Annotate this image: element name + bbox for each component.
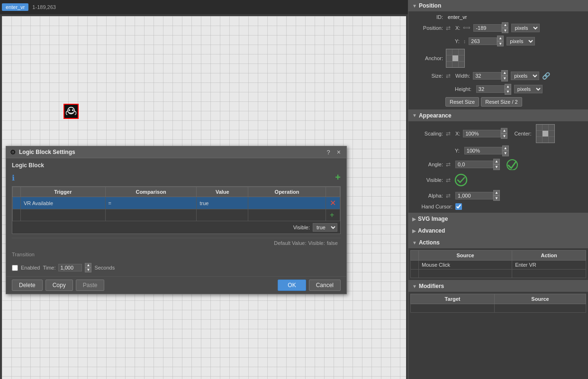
- anchor-cell-tl[interactable]: [446, 49, 452, 55]
- scaling-share-icon[interactable]: ⇄: [446, 130, 451, 137]
- cell-value[interactable]: true: [197, 197, 248, 209]
- scaling-x-down-button[interactable]: ▼: [501, 134, 507, 139]
- sprite-on-canvas[interactable]: [63, 104, 79, 119]
- reset-size-button[interactable]: Reset Size: [445, 97, 479, 107]
- anchor-cell-tc[interactable]: [452, 49, 458, 55]
- cell-trigger-2[interactable]: [21, 209, 106, 221]
- center-cell-tc[interactable]: [543, 125, 548, 130]
- scaling-y-down-button[interactable]: ▼: [502, 151, 509, 156]
- anchor-cell-br[interactable]: [459, 62, 464, 67]
- row-add-button[interactable]: +: [329, 211, 335, 219]
- cell-delete[interactable]: ✕: [326, 197, 340, 209]
- height-input[interactable]: [476, 85, 505, 93]
- modifiers-section-header[interactable]: ▼ Modifiers: [408, 280, 588, 292]
- center-grid[interactable]: [536, 124, 555, 143]
- hand-cursor-checkbox[interactable]: [455, 203, 462, 210]
- center-cell-tr[interactable]: [549, 125, 554, 130]
- cell-value-2[interactable]: [197, 209, 248, 221]
- dialog-close-button[interactable]: ×: [335, 148, 343, 156]
- angle-share-icon[interactable]: ⇄: [446, 161, 451, 168]
- ok-button[interactable]: OK: [278, 280, 306, 291]
- height-down-button[interactable]: ▼: [505, 89, 511, 95]
- actions-action[interactable]: Enter VR: [512, 261, 586, 270]
- width-down-button[interactable]: ▼: [501, 76, 508, 81]
- y-input[interactable]: [469, 37, 497, 45]
- cell-operation-2[interactable]: [248, 209, 326, 221]
- anchor-cell-mc[interactable]: [452, 55, 458, 61]
- position-section-header[interactable]: ▼ Position: [408, 0, 588, 11]
- center-cell-mr[interactable]: [549, 131, 554, 136]
- alpha-share-icon[interactable]: ⇄: [446, 192, 451, 199]
- cell-operation[interactable]: [248, 197, 326, 209]
- anchor-cell-bc[interactable]: [452, 62, 458, 67]
- alpha-up-button[interactable]: ▲: [493, 190, 500, 196]
- modifiers-empty-target[interactable]: [411, 304, 495, 313]
- center-cell-bc[interactable]: [543, 137, 548, 143]
- width-input[interactable]: [473, 72, 501, 80]
- actions-empty-action[interactable]: [512, 270, 586, 278]
- y-up-button[interactable]: ▲: [497, 36, 504, 41]
- center-cell-tl[interactable]: [536, 125, 542, 130]
- svg-image-section-header[interactable]: ▶ SVG Image: [408, 213, 588, 225]
- height-up-button[interactable]: ▲: [505, 84, 511, 90]
- angle-up-button[interactable]: ▲: [493, 159, 500, 164]
- dialog-help-button[interactable]: ?: [325, 149, 332, 156]
- scaling-x-up-button[interactable]: ▲: [501, 128, 507, 134]
- transition-enabled-checkbox[interactable]: [12, 265, 18, 271]
- cell-comparison[interactable]: =: [105, 197, 197, 209]
- delete-button[interactable]: Delete: [12, 280, 43, 291]
- add-row-button[interactable]: +: [335, 172, 341, 182]
- appearance-section-header[interactable]: ▼ Appearance: [408, 110, 588, 121]
- scaling-y-input[interactable]: [464, 147, 502, 154]
- link-dimensions-icon[interactable]: 🔗: [542, 72, 550, 80]
- anchor-grid[interactable]: [446, 49, 465, 68]
- alpha-spinner: ▲ ▼: [455, 190, 500, 201]
- alpha-input[interactable]: [455, 192, 493, 199]
- width-up-button[interactable]: ▲: [501, 70, 508, 76]
- reset-size-2-button[interactable]: Reset Size / 2: [481, 97, 522, 107]
- anchor-cell-ml[interactable]: [446, 55, 452, 61]
- width-unit-dropdown[interactable]: pixels: [511, 72, 539, 80]
- scaling-y-up-button[interactable]: ▲: [502, 145, 509, 151]
- anchor-cell-mr[interactable]: [459, 55, 464, 61]
- time-up-button[interactable]: ▲: [85, 263, 91, 268]
- center-cell-ml[interactable]: [536, 131, 542, 136]
- element-tab[interactable]: enter_vr: [2, 3, 28, 11]
- anchor-cell-tr[interactable]: [459, 49, 464, 55]
- x-unit-dropdown[interactable]: pixels: [511, 24, 540, 32]
- center-cell-mc[interactable]: [543, 131, 548, 136]
- anchor-cell-bl[interactable]: [446, 62, 452, 67]
- cancel-button[interactable]: Cancel: [309, 280, 341, 291]
- copy-button[interactable]: Copy: [45, 280, 73, 291]
- x-up-button[interactable]: ▲: [502, 22, 508, 28]
- grid-canvas[interactable]: ⚙ Logic Block Settings ? × Logic Block ℹ…: [2, 16, 406, 379]
- position-share-icon[interactable]: ⇄: [446, 25, 451, 31]
- row-delete-button[interactable]: ✕: [329, 199, 337, 208]
- alpha-down-button[interactable]: ▼: [493, 196, 500, 201]
- x-down-button[interactable]: ▼: [502, 28, 508, 34]
- modifiers-empty-source[interactable]: [495, 304, 586, 313]
- cell-comparison-2[interactable]: [105, 209, 197, 221]
- advanced-section-header[interactable]: ▶ Advanced: [408, 225, 588, 236]
- size-share-icon[interactable]: ⇄: [446, 72, 451, 79]
- angle-down-button[interactable]: ▼: [493, 164, 500, 170]
- center-cell-br[interactable]: [549, 137, 554, 143]
- x-input[interactable]: [473, 24, 502, 32]
- cell-add[interactable]: +: [326, 209, 340, 221]
- actions-section-header[interactable]: ▼ Actions: [408, 237, 588, 248]
- y-unit-dropdown[interactable]: pixels: [507, 37, 535, 45]
- time-down-button[interactable]: ▼: [85, 268, 91, 272]
- height-unit-dropdown[interactable]: pixels: [514, 85, 543, 93]
- cell-trigger[interactable]: VR Available: [21, 197, 106, 209]
- visible-select[interactable]: true false: [313, 223, 337, 232]
- y-down-button[interactable]: ▼: [497, 41, 504, 47]
- height-spinner-btns: ▲ ▼: [505, 84, 511, 95]
- angle-input[interactable]: [455, 161, 493, 168]
- scaling-x-input[interactable]: [463, 130, 501, 137]
- visible-share-icon[interactable]: ⇄: [446, 177, 451, 183]
- time-input[interactable]: [58, 264, 82, 271]
- center-cell-bl[interactable]: [536, 137, 542, 143]
- actions-source[interactable]: Mouse Click: [419, 261, 512, 270]
- paste-button[interactable]: Paste: [76, 280, 105, 291]
- actions-empty-source[interactable]: [419, 270, 512, 278]
